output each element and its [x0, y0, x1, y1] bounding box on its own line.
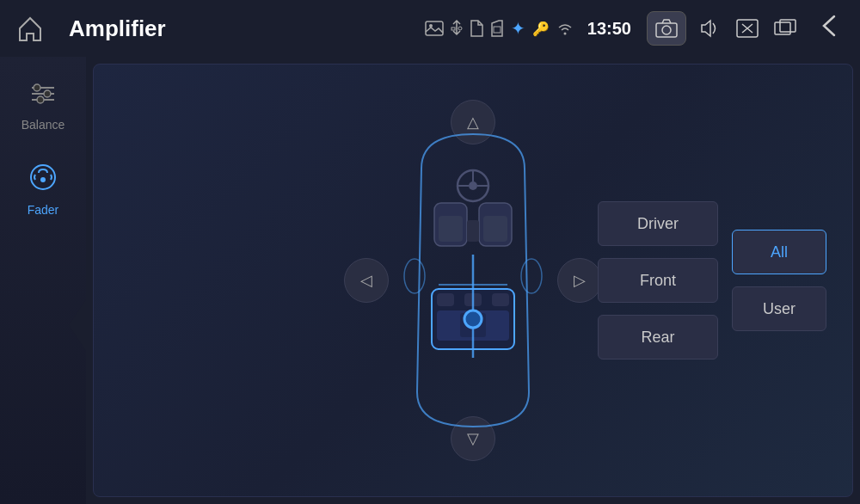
topbar: Amplifier: [0, 0, 860, 57]
right-zone-buttons: All User: [732, 201, 826, 360]
svg-point-13: [34, 84, 40, 91]
svg-rect-22: [467, 220, 479, 242]
content-area: △ ◁ ▷ ▽: [93, 64, 853, 497]
svg-point-17: [40, 177, 46, 182]
balance-icon: [28, 81, 58, 113]
svg-rect-26: [492, 293, 509, 306]
file-icon: [470, 20, 483, 37]
fader-icon: [27, 163, 59, 198]
close-button[interactable]: [733, 15, 762, 41]
front-button[interactable]: Front: [598, 258, 718, 303]
rear-button[interactable]: Rear: [598, 315, 718, 360]
bluetooth-icon: ✦: [511, 18, 525, 39]
fader-label: Fader: [28, 203, 59, 217]
svg-rect-21: [483, 216, 507, 242]
sidebar-item-balance[interactable]: Balance: [15, 74, 72, 138]
sim-icon: [490, 20, 504, 37]
arrow-right-button[interactable]: ▷: [557, 258, 602, 303]
camera-button[interactable]: [647, 11, 686, 46]
svg-rect-8: [775, 22, 790, 34]
svg-point-32: [404, 259, 425, 293]
svg-rect-4: [494, 27, 501, 33]
clock: 13:50: [580, 19, 638, 39]
page-title: Amplifier: [60, 15, 416, 42]
car-diagram: [387, 117, 559, 444]
wifi-icon: [556, 22, 574, 35]
status-icons: ✦ 🔑 13:50: [425, 18, 638, 39]
back-button[interactable]: [808, 8, 851, 49]
zone-buttons: Driver Front Rear All User: [598, 201, 826, 360]
image-icon: [425, 21, 444, 36]
svg-point-14: [44, 90, 51, 97]
window-icon[interactable]: [771, 15, 800, 41]
svg-point-35: [469, 181, 477, 190]
home-button[interactable]: [9, 7, 52, 50]
svg-point-15: [37, 96, 44, 103]
svg-point-6: [662, 26, 671, 34]
user-button[interactable]: User: [732, 286, 826, 331]
all-button[interactable]: All: [732, 230, 826, 274]
svg-rect-9: [780, 20, 796, 32]
key-icon: 🔑: [532, 21, 550, 37]
main-layout: Balance Fader △ ◁: [0, 57, 860, 504]
svg-point-31: [464, 310, 482, 328]
svg-rect-20: [439, 216, 463, 242]
svg-point-33: [521, 259, 542, 293]
volume-icon[interactable]: [695, 15, 724, 41]
svg-rect-3: [458, 27, 462, 30]
svg-rect-0: [426, 22, 443, 35]
left-zone-buttons: Driver Front Rear: [598, 201, 718, 360]
sidebar-item-fader[interactable]: Fader: [20, 156, 66, 224]
arrow-left-button[interactable]: ◁: [344, 258, 389, 303]
driver-button[interactable]: Driver: [598, 201, 718, 246]
svg-rect-2: [452, 28, 455, 30]
car-diagram-area: △ ◁ ▷ ▽: [335, 83, 611, 478]
sidebar: Balance Fader: [0, 57, 86, 504]
svg-rect-24: [437, 293, 454, 306]
balance-label: Balance: [22, 118, 65, 132]
usb-icon: [451, 19, 463, 38]
